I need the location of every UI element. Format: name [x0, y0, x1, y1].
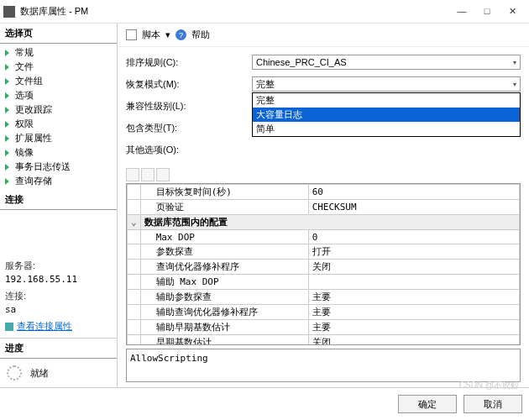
arrow-icon	[5, 150, 12, 156]
grid-category[interactable]: ⌄数据库范围内的配置	[128, 215, 520, 230]
grid-btn-3[interactable]	[156, 168, 170, 181]
nav-item-2[interactable]: 文件组	[0, 74, 117, 88]
grid-row[interactable]: 目标恢复时间(秒)60	[128, 185, 520, 200]
form-area: 排序规则(C): Chinese_PRC_CI_AS▾ 恢复模式(M): 完整▾…	[118, 47, 529, 166]
nav-item-9[interactable]: 查询存储	[0, 174, 117, 188]
recovery-label: 恢复模式(M):	[126, 78, 252, 91]
window-title: 数据库属性 - PM	[20, 5, 457, 18]
view-connection-text: 查看连接属性	[17, 320, 72, 333]
recovery-combo[interactable]: 完整▾	[252, 76, 521, 92]
view-connection-link[interactable]: 查看连接属性	[5, 320, 112, 333]
grid-row[interactable]: Max DOP0	[128, 230, 520, 244]
progress-status: 就绪	[30, 367, 49, 380]
contain-label: 包含类型(T):	[126, 122, 252, 134]
script-dropdown[interactable]: ▾	[165, 29, 170, 40]
arrow-icon	[5, 178, 12, 185]
grid-row[interactable]: 辅助查询优化器修补程序主要	[128, 305, 520, 320]
grid-row[interactable]: 辅助早期基数估计主要	[128, 320, 520, 335]
grid-toolbar	[118, 166, 529, 183]
conn-value: sa	[5, 304, 112, 315]
maximize-button[interactable]: □	[482, 6, 492, 17]
grid-row[interactable]: 辅助 Max DOP	[128, 275, 520, 290]
dropdown-item[interactable]: 完整	[253, 93, 520, 108]
arrow-icon	[5, 135, 12, 142]
chevron-down-icon: ▾	[513, 81, 516, 88]
app-icon	[3, 6, 15, 18]
grid-btn-1[interactable]	[126, 168, 139, 181]
footer: 确定 取消	[0, 387, 529, 420]
connection-header: 连接	[0, 190, 117, 210]
progress-header: 进度	[0, 338, 117, 359]
conn-label: 连接:	[5, 290, 112, 302]
select-page-header: 选择页	[0, 24, 117, 44]
arrow-icon	[5, 64, 12, 71]
arrow-icon	[5, 164, 12, 171]
grid-row[interactable]: 参数探查打开	[128, 244, 520, 260]
property-grid[interactable]: 目标恢复时间(秒)60页验证CHECKSUM⌄数据库范围内的配置Max DOP0…	[126, 183, 521, 345]
toolbar: 脚本 ▾ ? 帮助	[118, 24, 529, 47]
nav-item-0[interactable]: 常规	[0, 45, 117, 60]
link-icon	[5, 323, 13, 331]
minimize-button[interactable]: —	[457, 6, 467, 17]
script-button[interactable]: 脚本	[142, 29, 160, 41]
nav-item-8[interactable]: 事务日志传送	[0, 160, 117, 174]
help-icon: ?	[175, 29, 186, 40]
nav-item-6[interactable]: 扩展属性	[0, 131, 117, 145]
grid-row[interactable]: 辅助参数探查主要	[128, 290, 520, 305]
other-label: 其他选项(O):	[126, 144, 252, 156]
title-bar: 数据库属性 - PM — □ ✕	[0, 0, 529, 24]
arrow-icon	[5, 92, 12, 99]
nav-item-7[interactable]: 镜像	[0, 145, 117, 160]
grid-row[interactable]: 页验证CHECKSUM	[128, 200, 520, 215]
collapse-icon[interactable]: ⌄	[128, 215, 141, 230]
compat-label: 兼容性级别(L):	[126, 100, 252, 113]
close-button[interactable]: ✕	[507, 6, 517, 17]
chevron-down-icon: ▾	[513, 59, 516, 66]
dropdown-item[interactable]: 大容量日志	[253, 108, 520, 122]
recovery-dropdown-list[interactable]: 完整大容量日志简单	[252, 92, 521, 137]
cancel-button[interactable]: 取消	[464, 395, 522, 413]
nav-item-4[interactable]: 更改跟踪	[0, 102, 117, 117]
arrow-icon	[5, 50, 12, 56]
grid-row[interactable]: 早期基数估计关闭	[128, 335, 520, 346]
left-panel: 选择页 常规文件文件组选项更改跟踪权限扩展属性镜像事务日志传送查询存储 连接 服…	[0, 24, 118, 387]
description-box: AllowScripting	[126, 349, 521, 382]
arrow-icon	[5, 121, 12, 128]
arrow-icon	[5, 78, 12, 85]
collation-combo[interactable]: Chinese_PRC_CI_AS▾	[252, 55, 521, 70]
nav-item-1[interactable]: 文件	[0, 60, 117, 74]
nav-item-5[interactable]: 权限	[0, 117, 117, 131]
nav-list: 常规文件文件组选项更改跟踪权限扩展属性镜像事务日志传送查询存储	[0, 44, 117, 190]
grid-table: 目标恢复时间(秒)60页验证CHECKSUM⌄数据库范围内的配置Max DOP0…	[127, 184, 520, 345]
ok-button[interactable]: 确定	[398, 395, 457, 413]
server-value: 192.168.55.11	[5, 274, 112, 285]
grid-btn-2[interactable]	[141, 168, 155, 181]
help-button[interactable]: 帮助	[191, 29, 210, 41]
right-panel: 脚本 ▾ ? 帮助 排序规则(C): Chinese_PRC_CI_AS▾ 恢复…	[118, 24, 529, 387]
collation-label: 排序规则(C):	[126, 56, 252, 69]
arrow-icon	[5, 107, 12, 113]
script-icon	[126, 29, 137, 40]
spinner-icon	[7, 365, 22, 381]
dropdown-item[interactable]: 简单	[253, 122, 520, 136]
server-label: 服务器:	[5, 260, 112, 272]
grid-row[interactable]: 查询优化器修补程序关闭	[128, 260, 520, 275]
nav-item-3[interactable]: 选项	[0, 88, 117, 102]
